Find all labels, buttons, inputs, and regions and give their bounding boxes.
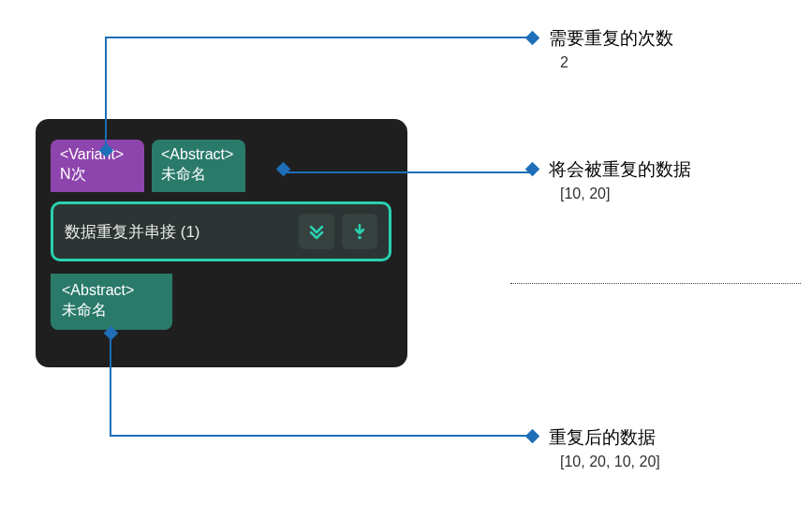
callout-output-data: 重复后的数据 [10, 20, 10, 20] [549,425,660,470]
callout-value: [10, 20] [560,186,691,202]
callout-title: 将会被重复的数据 [549,157,691,182]
callout-value: [10, 20, 10, 20] [560,454,660,470]
download-arrow-icon[interactable] [342,214,377,249]
tab-label: N次 [60,165,135,185]
callout-title: 重复后的数据 [549,425,660,450]
callout-input-data: 将会被重复的数据 [10, 20] [549,157,691,202]
callout-value: 2 [560,54,673,71]
divider [510,283,801,284]
tab-label: 未命名 [161,165,236,185]
node-body[interactable]: 数据重复并串接 (1) [51,201,391,261]
node-title: 数据重复并串接 (1) [65,221,291,243]
tab-tag: <Abstract> [62,281,161,301]
callout-title: 需要重复的次数 [549,26,673,51]
output-tab-abstract[interactable]: <Abstract> 未命名 [51,274,172,330]
tab-label: 未命名 [62,301,161,320]
callout-repeat-count: 需要重复的次数 2 [549,26,673,71]
connector-line [283,164,536,181]
connector-line [106,33,546,158]
collapse-icon[interactable] [299,214,334,249]
connector-line [111,333,537,449]
svg-point-0 [358,236,362,240]
